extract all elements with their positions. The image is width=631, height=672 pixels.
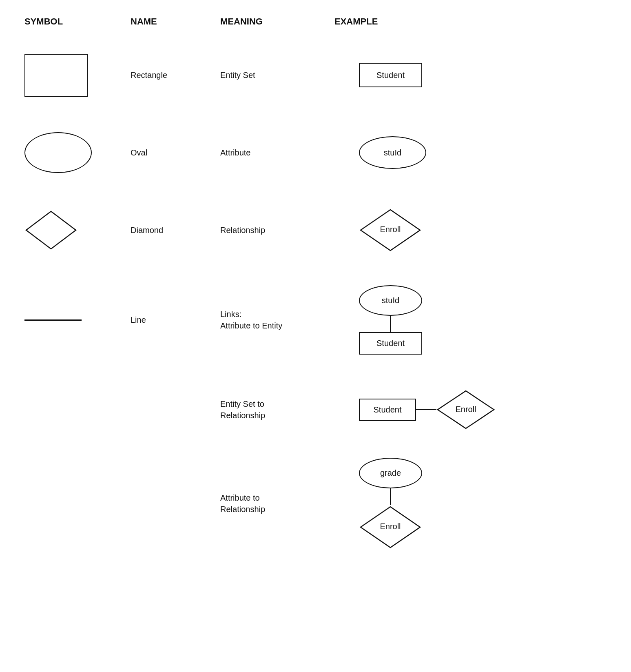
name-diamond: Diamond	[131, 226, 220, 235]
meaning-entity-rel: Entity Set to Relationship	[220, 398, 334, 421]
symbol-line	[24, 319, 131, 321]
symbol-oval	[24, 132, 131, 173]
symbol-diamond	[24, 210, 131, 251]
example-entity-rel-diagram: Student Enroll	[359, 389, 496, 430]
example-rectangle-shape: Student	[359, 63, 422, 87]
header-name: NAME	[131, 16, 220, 27]
row-attr-rel: Attribute to Relationship grade Enroll	[24, 455, 607, 552]
svg-text:Enroll: Enroll	[455, 405, 476, 414]
meaning-line: Links: Attribute to Entity	[220, 308, 334, 331]
rectangle-shape	[24, 54, 88, 97]
example-links: stuId Student	[334, 285, 607, 355]
example-oval: stuId	[334, 136, 607, 169]
entity-rel-connector	[416, 409, 436, 410]
header-meaning: MEANING	[220, 16, 334, 27]
example-oval-shape: stuId	[359, 136, 426, 169]
meaning-rectangle: Entity Set	[220, 71, 334, 80]
meaning-diamond: Relationship	[220, 226, 334, 235]
meaning-attr-rel: Attribute to Relationship	[220, 492, 334, 515]
svg-text:Enroll: Enroll	[380, 225, 401, 234]
header-example: EXAMPLE	[334, 16, 607, 27]
meaning-line-text: Links: Attribute to Entity	[220, 308, 282, 331]
meaning-oval: Attribute	[220, 148, 334, 157]
name-line: Line	[131, 315, 220, 325]
name-rectangle: Rectangle	[131, 71, 220, 80]
attr-rel-oval: grade	[359, 458, 422, 488]
oval-shape	[24, 132, 92, 173]
entity-rel-rect: Student	[359, 399, 416, 421]
header-symbol: SYMBOL	[24, 16, 131, 27]
table-header: SYMBOL NAME MEANING EXAMPLE	[24, 16, 607, 30]
attr-rel-diamond: Enroll	[359, 505, 422, 550]
links-connector	[390, 316, 391, 332]
line-shape	[24, 319, 82, 321]
row-oval: Oval Attribute stuId	[24, 120, 607, 185]
meaning-entity-rel-text: Entity Set to Relationship	[220, 398, 265, 421]
diamond-shape	[24, 210, 77, 251]
meaning-attr-rel-text: Attribute to Relationship	[220, 492, 265, 515]
row-entity-rel: Entity Set to Relationship Student Enrol…	[24, 377, 607, 442]
example-rectangle: Student	[334, 63, 607, 87]
example-diamond-shape: Enroll	[359, 208, 422, 253]
example-entity-rel: Student Enroll	[334, 389, 607, 430]
example-links-diagram: stuId Student	[359, 285, 422, 355]
name-oval: Oval	[131, 148, 220, 157]
attr-rel-connector	[390, 488, 391, 505]
example-attr-rel-diagram: grade Enroll	[359, 458, 422, 550]
svg-marker-0	[26, 211, 76, 249]
row-rectangle: Rectangle Entity Set Student	[24, 42, 607, 108]
example-attr-rel: grade Enroll	[334, 458, 607, 550]
page: SYMBOL NAME MEANING EXAMPLE Rectangle En…	[0, 0, 631, 581]
entity-rel-diamond: Enroll	[436, 389, 496, 430]
example-diamond: Enroll	[334, 208, 607, 253]
svg-text:Enroll: Enroll	[380, 522, 401, 531]
row-diamond: Diamond Relationship Enroll	[24, 197, 607, 263]
links-rect: Student	[359, 332, 422, 355]
links-oval: stuId	[359, 285, 422, 316]
row-line: Line Links: Attribute to Entity stuId St…	[24, 275, 607, 365]
symbol-rectangle	[24, 54, 131, 97]
